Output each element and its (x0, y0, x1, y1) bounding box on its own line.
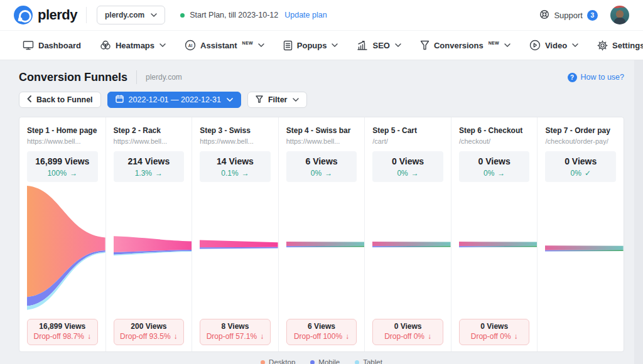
monitor-icon (23, 40, 34, 50)
legend-label: Desktop (269, 358, 295, 364)
nav-label: Popups (297, 41, 327, 50)
dropoff-box: 6 Views Drop-off 100% ↓ (286, 319, 357, 345)
dropoff-views: 0 Views (374, 322, 441, 331)
rate-icon: → (325, 169, 332, 178)
site-selector-value: plerdy.com (105, 11, 144, 19)
page-title: Conversion Funnels (19, 71, 127, 84)
filter-button[interactable]: Filter (247, 92, 308, 108)
support-badge: 3 (587, 10, 598, 21)
seo-icon (357, 40, 368, 50)
step-rate: 0% (397, 169, 408, 178)
dropoff-views: 200 Views (116, 322, 183, 331)
funnel-step-column: Step 1 - Home page https://www.bell... 1… (19, 117, 106, 351)
svg-text:AI: AI (188, 43, 193, 48)
step-rate: 100% (47, 169, 67, 178)
rate-icon: → (497, 169, 505, 178)
nav-item-dashboard[interactable]: Dashboard (23, 40, 81, 50)
dropoff-views: 8 Views (202, 322, 269, 331)
nav-label: Settings (612, 41, 643, 50)
support-icon (539, 9, 549, 21)
funnel-chart (200, 186, 278, 315)
update-plan-link[interactable]: Update plan (284, 11, 327, 19)
step-rate: 0% (311, 169, 322, 178)
step-views: 0 Views (375, 156, 441, 166)
funnel-card: Step 1 - Home page https://www.bell... 1… (19, 117, 624, 352)
back-label: Back to Funnel (36, 95, 93, 104)
funnel-step-column: Step 3 - Swiss https://www.bell... 14 Vi… (192, 117, 279, 351)
nav-item-conversions[interactable]: Conversions NEW (420, 40, 511, 50)
chevron-down-icon (151, 13, 157, 17)
step-rate: 1.3% (135, 169, 152, 178)
step-title: Step 1 - Home page (27, 126, 98, 135)
step-title: Step 7 - Order pay (545, 126, 616, 135)
nav-item-heatmaps[interactable]: Heatmaps (100, 40, 166, 50)
views-box: 214 Views 1.3% → (114, 151, 185, 182)
content-area: Conversion Funnels plerdy.com ? How to u… (0, 60, 643, 364)
dropoff-label: Drop-off 98.7% (34, 332, 85, 341)
funnel-step-column: Step 6 - Checkout /checkout/ 0 Views 0% … (451, 117, 538, 351)
divider (86, 7, 87, 23)
avatar[interactable] (610, 6, 629, 24)
legend-item-tablet[interactable]: Tablet (355, 358, 382, 364)
views-box: 0 Views 0% → (372, 151, 443, 182)
nav-item-popups[interactable]: Popups (283, 40, 338, 51)
dropoff-box: 0 Views Drop-off 0% ↓ (372, 319, 443, 345)
chart-legend: Desktop Mobile Tablet (19, 358, 624, 364)
chevron-down-icon (293, 98, 299, 102)
topbar: plerdy plerdy.com Start Plan, till 2023-… (0, 0, 643, 30)
dropoff-box: 0 Views Drop-off 0% ↓ (459, 319, 530, 345)
plerdy-logo-icon (14, 6, 33, 24)
nav-item-video[interactable]: Video (529, 40, 578, 51)
views-box: 6 Views 0% → (286, 151, 357, 182)
plan-status: Start Plan, till 2023-10-12 Update plan (180, 11, 327, 19)
scrollbar[interactable] (634, 60, 643, 364)
arrow-down-icon: ↓ (260, 332, 264, 341)
funnel-step-column: Step 4 - Swiss bar https://www.bell... 6… (279, 117, 365, 351)
step-views: 0 Views (548, 156, 613, 166)
nav-label: Assistant (200, 41, 237, 50)
ai-icon: AI (185, 40, 196, 51)
video-icon (529, 40, 541, 51)
views-box: 16,899 Views 100% → (27, 151, 98, 182)
how-to-use-link[interactable]: ? How to use? (568, 73, 624, 82)
step-rate: 0% (571, 169, 581, 178)
dropoff-views: 0 Views (461, 322, 528, 331)
chevron-down-icon (332, 43, 338, 47)
filter-icon (256, 95, 263, 105)
legend-dot (355, 360, 359, 364)
step-url: https://www.bell... (114, 137, 185, 145)
legend-label: Tablet (363, 358, 382, 364)
nav-item-settings[interactable]: Settings (597, 40, 643, 51)
dropoff-box: 8 Views Drop-off 57.1% ↓ (200, 319, 271, 345)
views-box: 14 Views 0.1% → (200, 151, 271, 182)
support-button[interactable]: Support 3 (539, 9, 598, 21)
step-title: Step 5 - Cart (372, 126, 443, 135)
rate-icon: → (70, 169, 77, 178)
filter-label: Filter (268, 95, 288, 104)
date-range-value: 2022-12-01 — 2022-12-31 (129, 95, 221, 104)
rate-icon: → (242, 169, 249, 178)
popups-icon (283, 40, 293, 51)
nav-item-assistant[interactable]: AI Assistant NEW (185, 40, 264, 51)
new-badge: NEW (489, 41, 499, 45)
back-to-funnel-button[interactable]: Back to Funnel (19, 92, 101, 108)
nav-label: Video (545, 41, 567, 50)
rate-icon: → (411, 169, 419, 178)
date-range-button[interactable]: 2022-12-01 — 2022-12-31 (107, 92, 241, 108)
funnel-chart (286, 186, 365, 315)
legend-item-desktop[interactable]: Desktop (261, 358, 295, 364)
step-title: Step 4 - Swiss bar (286, 126, 357, 135)
funnel-chart (114, 186, 192, 315)
dropoff-views: 6 Views (288, 322, 355, 331)
legend-item-mobile[interactable]: Mobile (310, 358, 340, 364)
plerdy-logo-text: plerdy (38, 7, 77, 23)
legend-label: Mobile (318, 358, 340, 364)
chevron-left-icon (27, 95, 31, 104)
step-title: Step 3 - Swiss (200, 126, 271, 135)
site-selector[interactable]: plerdy.com (97, 6, 165, 24)
nav-item-seo[interactable]: SEO (357, 40, 401, 50)
step-url: https://www.bell... (200, 137, 271, 145)
dropoff-views: 16,899 Views (29, 322, 96, 331)
nav-label: Conversions (434, 41, 484, 50)
views-box: 0 Views 0% → (459, 151, 530, 182)
